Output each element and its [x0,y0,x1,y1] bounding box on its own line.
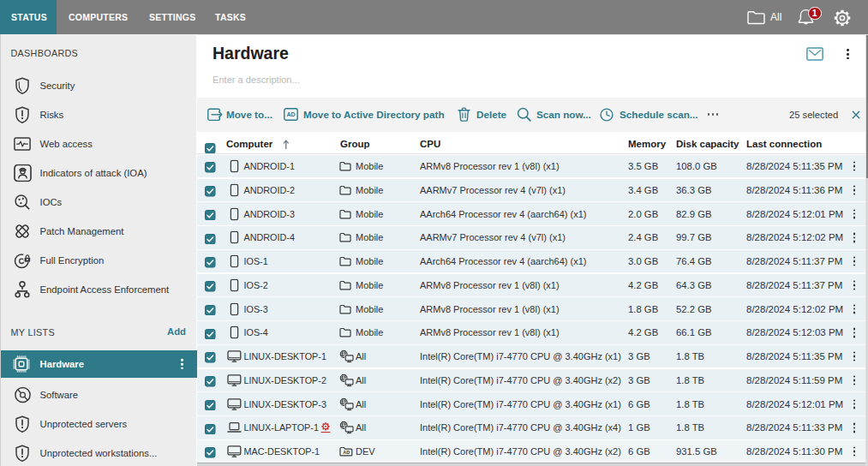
svg-text:AD: AD [286,111,295,117]
svg-text:AD: AD [343,450,350,455]
